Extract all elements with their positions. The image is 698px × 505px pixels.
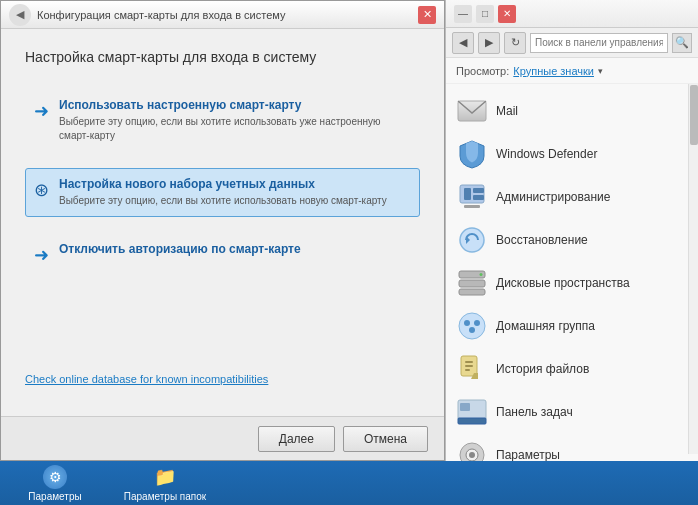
view-dropdown-arrow[interactable]: ▾ [598,66,603,76]
option-3-title: Отключить авторизацию по смарт-карте [59,242,411,256]
dialog-footer: Далее Отмена [1,416,444,460]
svg-point-26 [469,452,475,458]
admin-icon [456,181,488,213]
restore-icon [456,224,488,256]
taskbar: ⚙ Параметры 📁 Параметры папок [0,461,698,505]
cp-view-bar: Просмотр: Крупные значки ▾ [446,58,698,84]
cp-search-input[interactable] [530,33,668,53]
cp-item-taskbar[interactable]: Панель задач [450,391,694,433]
taskbar-folder-button[interactable]: 📁 Параметры папок [110,461,220,505]
dialog-heading: Настройка смарт-карты для входа в систем… [25,49,420,65]
cp-scroll-thumb[interactable] [690,85,698,145]
cp-item-history[interactable]: История файлов [450,348,694,390]
taskbar-icon [456,396,488,428]
svg-rect-5 [473,195,484,200]
incompatibilities-link[interactable]: Check online database for known incompat… [25,373,268,385]
cp-item-restore-label: Восстановление [496,233,588,247]
svg-rect-6 [464,205,480,208]
cp-forward-button[interactable]: ▶ [478,32,500,54]
svg-rect-22 [458,418,486,424]
taskbar-settings-label: Параметры [28,491,81,502]
cp-item-mail-label: Mail [496,104,518,118]
dialog-back-button[interactable]: ◀ [9,4,31,26]
view-label: Просмотр: [456,65,509,77]
link-area: Check online database for known incompat… [25,372,420,396]
svg-rect-2 [460,185,484,203]
history-icon [456,353,488,385]
svg-rect-23 [460,403,470,411]
cp-item-admin-label: Администрирование [496,190,610,204]
cp-titlebar: — □ ✕ [446,0,698,28]
option-2-title: Настройка нового набора учетных данных [59,177,411,191]
taskbar-folder-label: Параметры папок [124,491,206,502]
cp-item-defender[interactable]: Windows Defender [450,133,694,175]
dialog-body: Настройка смарт-карты для входа в систем… [1,29,444,416]
svg-point-13 [459,313,485,339]
dialog-close-button[interactable]: ✕ [418,6,436,24]
svg-rect-20 [465,369,470,371]
cp-item-params[interactable]: Параметры [450,434,694,461]
option-arrow-2: ⊛ [34,179,49,208]
svg-rect-3 [464,188,471,200]
option-2-text: Настройка нового набора учетных данных В… [59,177,411,208]
cp-nav-bar: ◀ ▶ ↻ 🔍 [446,28,698,58]
option-1-title: Использовать настроенную смарт-карту [59,98,411,112]
homegroup-icon [456,310,488,342]
cp-search-icon[interactable]: 🔍 [672,33,692,53]
option-disable-auth[interactable]: ➜ Отключить авторизацию по смарт-карте [25,233,420,275]
dialog-titlebar: ◀ Конфигурация смарт-карты для входа в с… [1,1,444,29]
option-use-existing[interactable]: ➜ Использовать настроенную смарт-карту В… [25,89,420,152]
option-2-desc: Выберите эту опцию, если вы хотите испол… [59,194,411,208]
svg-rect-18 [465,361,473,363]
option-3-text: Отключить авторизацию по смарт-карте [59,242,411,266]
control-panel-window: — □ ✕ ◀ ▶ ↻ 🔍 Просмотр: Крупные значки ▾… [445,0,698,461]
cp-minimize-button[interactable]: — [454,5,472,23]
svg-rect-19 [465,365,473,367]
dialog-window: ◀ Конфигурация смарт-карты для входа в с… [0,0,445,461]
cp-items-area: Mail Windows Defender Администрирование [446,84,698,461]
taskbar-folder-icon: 📁 [153,465,177,489]
svg-point-16 [469,327,475,333]
cp-refresh-button[interactable]: ↻ [504,32,526,54]
cp-item-homegroup-label: Домашняя группа [496,319,595,333]
cp-item-storage[interactable]: Дисковые пространства [450,262,694,304]
taskbar-settings-button[interactable]: ⚙ Параметры [0,461,110,505]
cp-item-taskbar-label: Панель задач [496,405,573,419]
svg-point-7 [460,228,484,252]
next-button[interactable]: Далее [258,426,335,452]
cp-item-params-label: Параметры [496,448,560,461]
svg-rect-11 [459,289,485,295]
cp-item-mail[interactable]: Mail [450,90,694,132]
svg-rect-4 [473,188,484,193]
option-new-profile[interactable]: ⊛ Настройка нового набора учетных данных… [25,168,420,217]
option-arrow-3: ➜ [34,244,49,266]
cp-item-defender-label: Windows Defender [496,147,597,161]
svg-point-12 [480,273,483,276]
defender-icon [456,138,488,170]
option-arrow-1: ➜ [34,100,49,143]
option-1-desc: Выберите эту опцию, если вы хотите испол… [59,115,411,143]
cancel-button[interactable]: Отмена [343,426,428,452]
taskbar-settings-icon: ⚙ [43,465,67,489]
svg-point-15 [474,320,480,326]
dialog-title: Конфигурация смарт-карты для входа в сис… [37,9,285,21]
cp-item-history-label: История файлов [496,362,589,376]
mail-icon [456,95,488,127]
storage-icon [456,267,488,299]
svg-rect-10 [459,280,485,287]
cp-close-button[interactable]: ✕ [498,5,516,23]
view-value[interactable]: Крупные значки [513,65,594,77]
cp-item-homegroup[interactable]: Домашняя группа [450,305,694,347]
svg-point-14 [464,320,470,326]
option-1-text: Использовать настроенную смарт-карту Выб… [59,98,411,143]
cp-scrollbar[interactable] [688,84,698,454]
cp-item-restore[interactable]: Восстановление [450,219,694,261]
cp-back-button[interactable]: ◀ [452,32,474,54]
cp-maximize-button[interactable]: □ [476,5,494,23]
params-icon [456,439,488,461]
cp-item-admin[interactable]: Администрирование [450,176,694,218]
cp-item-storage-label: Дисковые пространства [496,276,630,290]
